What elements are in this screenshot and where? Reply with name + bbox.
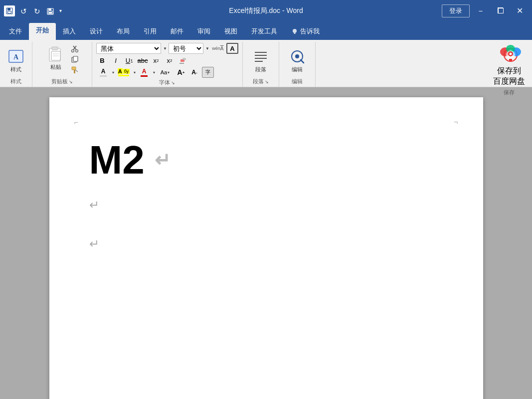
format-painter-button[interactable] (69, 65, 81, 75)
highlight-button[interactable]: A бу (116, 67, 132, 78)
paragraph-mark-2[interactable]: ↵ (89, 237, 443, 251)
tab-help[interactable]: 告诉我 (284, 24, 327, 40)
svg-point-19 (71, 50, 74, 52)
editing-button[interactable]: 编辑 (283, 45, 311, 74)
baidu-save-label1: 保存到 (497, 66, 521, 76)
paragraph-expand-icon[interactable]: ↘ (265, 79, 269, 84)
document-heading[interactable]: M2 ↵ (89, 137, 443, 183)
cut-icon (71, 45, 79, 53)
text-color-button[interactable]: A (137, 67, 151, 78)
clipboard-expand-icon[interactable]: ↘ (69, 79, 73, 84)
svg-rect-24 (74, 70, 75, 73)
subscript-button[interactable]: x2 (150, 55, 162, 66)
svg-text:A: A (13, 53, 19, 61)
save-small-icon[interactable] (45, 6, 56, 16)
paragraph-button[interactable]: 段落 (247, 45, 275, 74)
font-size-select[interactable]: 初号 (169, 43, 203, 54)
tab-review[interactable]: 审阅 (190, 24, 217, 40)
font-name-select[interactable]: 黑体 (96, 43, 161, 54)
undo-button[interactable]: ↺ (18, 6, 29, 16)
tab-references[interactable]: 引用 (137, 24, 164, 40)
ribbon-group-clipboard: 粘贴 (32, 42, 92, 87)
tab-mailings[interactable]: 邮件 (164, 24, 190, 40)
clear-formatting-button[interactable] (177, 55, 189, 66)
svg-line-35 (301, 60, 304, 63)
text-color-arrow[interactable]: ▾ (153, 70, 155, 75)
svg-point-20 (75, 50, 78, 52)
clipboard-small-buttons (69, 43, 81, 75)
strikethrough-button[interactable]: abc (137, 55, 149, 66)
italic-button[interactable]: I (110, 55, 122, 66)
change-case-button[interactable]: Aa▾ (157, 67, 174, 78)
ribbon-group-save: 保存到 百度网盘 保存 (486, 42, 532, 87)
svg-point-42 (510, 53, 512, 55)
baidu-save-button[interactable]: 保存到 百度网盘 (490, 43, 528, 88)
editing-group-footer: 编辑 (283, 78, 311, 87)
paragraph-group-footer: 段落 ↘ (247, 78, 275, 87)
char-border-button[interactable]: A (226, 43, 238, 54)
tab-developer[interactable]: 开发工具 (244, 24, 284, 40)
close-button[interactable]: ✕ (512, 5, 528, 17)
login-button[interactable]: 登录 (442, 4, 470, 17)
minimize-button[interactable]: － (472, 5, 490, 17)
svg-point-34 (295, 54, 299, 58)
paste-button[interactable]: 粘贴 (44, 43, 68, 71)
svg-rect-43 (509, 59, 512, 61)
quick-access-toolbar: ↺ ↻ ▾ (18, 6, 63, 16)
superscript-button[interactable]: x2 (164, 55, 176, 66)
char-shading-button[interactable]: 字 (202, 67, 214, 78)
paste-label: 粘贴 (50, 64, 61, 70)
grow-font-button[interactable]: A+ (175, 67, 187, 78)
tab-home[interactable]: 开始 (29, 23, 56, 40)
style-button[interactable]: A 样式 (4, 45, 28, 74)
copy-button[interactable] (69, 54, 81, 64)
paragraph-mark-1[interactable]: ↵ (89, 198, 443, 212)
ribbon-tabs: 文件 开始 插入 设计 布局 引用 邮件 审阅 视图 开发工具 告诉我 (0, 22, 532, 40)
font-size-arrow: ▼ (205, 46, 209, 51)
bold-button[interactable]: B (96, 55, 108, 66)
font-row-1: 黑体 ▼ 初号 ▼ wénA A (96, 43, 238, 54)
format-painter-icon (71, 66, 79, 74)
phonetic-guide-button[interactable]: wénA (211, 43, 225, 54)
tab-insert[interactable]: 插入 (56, 24, 83, 40)
tab-design[interactable]: 设计 (83, 24, 110, 40)
ribbon-group-paragraph: 段落 段落 ↘ (243, 42, 279, 87)
document-page[interactable]: ⌐ ¬ M2 ↵ ↵ ↵ (49, 97, 483, 399)
save-icon[interactable] (4, 5, 15, 16)
customize-quick-access-button[interactable]: ▾ (58, 7, 63, 14)
underline-button[interactable]: U▾ (123, 55, 135, 66)
font-color-arrow[interactable]: ▾ (112, 70, 114, 75)
highlight-arrow[interactable]: ▾ (134, 70, 136, 75)
corner-mark-tr: ¬ (454, 118, 458, 126)
svg-rect-13 (52, 47, 58, 50)
corner-mark-tl: ⌐ (74, 118, 78, 126)
tab-layout[interactable]: 布局 (110, 24, 137, 40)
ribbon-group-font: 黑体 ▼ 初号 ▼ wénA A B I U▾ abc x2 (92, 42, 243, 87)
ribbon-spacer (316, 42, 486, 87)
paragraph-label: 段落 (255, 66, 266, 73)
document-content: M2 ↵ ↵ ↵ (89, 127, 443, 251)
editing-icon (287, 46, 307, 66)
lightbulb-icon (291, 28, 298, 35)
redo-button[interactable]: ↻ (31, 6, 43, 16)
save-group-footer: 保存 (490, 89, 528, 98)
svg-line-25 (75, 70, 78, 72)
paragraph-icon (251, 46, 271, 66)
cut-button[interactable] (69, 44, 81, 54)
tab-file[interactable]: 文件 (2, 24, 29, 40)
font-expand-icon[interactable]: ↘ (171, 80, 175, 85)
svg-rect-23 (72, 67, 76, 70)
shrink-font-button[interactable]: A- (188, 67, 200, 78)
title-bar-right: 登录 － ⧠ ✕ (442, 4, 528, 17)
font-row-2: B I U▾ abc x2 x2 (96, 55, 189, 66)
ribbon-group-style: A 样式 样式 (0, 42, 32, 87)
font-color-button[interactable]: A (96, 67, 110, 78)
style-icon: A (6, 46, 26, 66)
svg-rect-22 (73, 56, 78, 61)
heading-return-mark: ↵ (155, 149, 171, 171)
tab-view[interactable]: 视图 (217, 24, 244, 40)
svg-rect-9 (294, 33, 296, 34)
font-name-arrow: ▼ (163, 46, 167, 51)
ribbon-group-editing: 编辑 编辑 (279, 42, 316, 87)
restore-button[interactable]: ⧠ (492, 5, 510, 17)
